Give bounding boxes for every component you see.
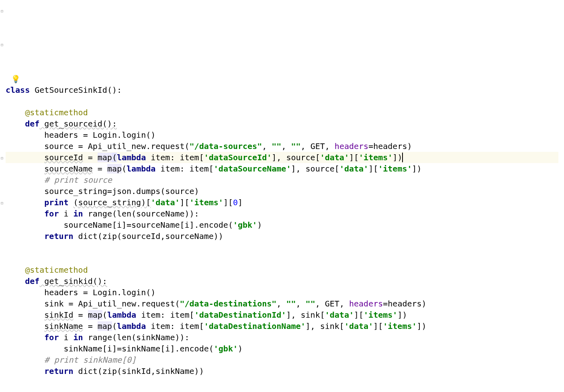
comment: # print sinkName[0] [44, 355, 136, 365]
fold-icon[interactable]: ⊟ [1, 6, 3, 17]
decorator: @staticmethod [25, 108, 88, 117]
code-text: source = Api_util_new.request( [44, 141, 189, 151]
comment: # print source [44, 175, 112, 185]
intention-bulb-icon[interactable]: 💡 [11, 74, 20, 85]
code-editor[interactable]: class GetSourceSinkId(): @staticmethod d… [0, 79, 564, 392]
fold-icon[interactable]: ⊟ [1, 39, 3, 51]
func-name: get_sourceid(): [39, 119, 117, 129]
keyword-class: class [6, 85, 30, 95]
code-line: headers = Login.login() [44, 130, 155, 140]
keyword-def: def [25, 119, 39, 129]
class-name: GetSourceSinkId(): [30, 85, 122, 95]
string: "/data-sources" [190, 141, 262, 151]
decorator: @staticmethod [25, 265, 88, 275]
highlighted-line: sourceId = map(lambda item: item['dataSo… [6, 152, 558, 163]
code-line: source_string=json.dumps(source) [44, 186, 199, 196]
text-caret [402, 153, 403, 162]
